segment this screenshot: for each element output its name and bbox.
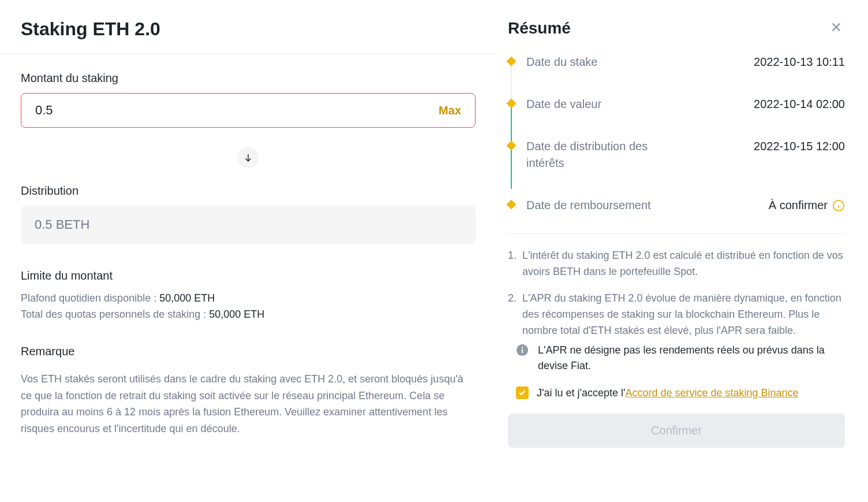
check-icon — [518, 389, 526, 397]
distribution-label: Distribution — [21, 184, 476, 198]
notes-list: 1. L'intérêt du staking ETH 2.0 est calc… — [508, 248, 845, 340]
agreement-text: J'ai lu et j'accepte l'Accord de service… — [537, 385, 799, 401]
personal-quota-value: 50,000 ETH — [209, 308, 264, 320]
note-number: 2. — [508, 291, 517, 339]
note-text: L'APR du staking ETH 2.0 évolue de maniè… — [522, 291, 845, 339]
staking-form-panel: Staking ETH 2.0 Montant du staking Max D… — [0, 0, 496, 502]
daily-cap-value: 50,000 ETH — [159, 292, 215, 304]
timeline-stake-date: Date du stake 2022-10-13 10:11 — [508, 54, 845, 96]
agreement-prefix: J'ai lu et j'accepte l' — [537, 387, 625, 399]
summary-title: Résumé — [508, 19, 571, 38]
daily-cap-row: Plafond quotidien disponible : 50,000 ET… — [21, 291, 476, 307]
timeline: Date du stake 2022-10-13 10:11 Date de v… — [508, 54, 845, 220]
note-item: 1. L'intérêt du staking ETH 2.0 est calc… — [508, 248, 845, 280]
summary-header: Résumé — [508, 18, 845, 38]
svg-rect-2 — [522, 349, 523, 353]
left-header: Staking ETH 2.0 — [0, 0, 496, 54]
note-number: 1. — [508, 248, 517, 280]
apr-disclaimer-text: L'APR ne désigne pas les rendements réel… — [538, 343, 837, 374]
note-item: 2. L'APR du staking ETH 2.0 évolue de ma… — [508, 291, 845, 339]
staking-amount-input[interactable] — [35, 103, 439, 118]
timeline-label: Date du stake — [526, 54, 597, 70]
personal-quota-label: Total des quotas personnels de staking : — [21, 308, 209, 320]
note-text: L'intérêt du staking ETH 2.0 est calculé… — [522, 248, 845, 280]
bottom-block: L'APR ne désigne pas les rendements réel… — [508, 340, 845, 448]
svg-point-3 — [522, 347, 523, 348]
timeline-label: Date de valeur — [526, 96, 601, 113]
left-body: Montant du staking Max Distribution 0.5 … — [0, 54, 496, 437]
amount-input-container: Max — [21, 93, 476, 128]
remark-text: Vos ETH stakés seront utilisés dans le c… — [21, 371, 476, 437]
page-title: Staking ETH 2.0 — [21, 18, 496, 40]
timeline-redemption-date: Date de remboursement À confirmer — [508, 197, 845, 220]
timeline-value: 2022-10-14 02:00 — [754, 96, 845, 113]
distribution-value: 0.5 BETH — [21, 206, 476, 244]
timeline-label: Date de remboursement — [526, 197, 651, 214]
personal-quota-row: Total des quotas personnels de staking :… — [21, 307, 476, 323]
remark-heading: Remarque — [21, 345, 476, 358]
close-button[interactable] — [828, 18, 845, 38]
amount-label: Montant du staking — [21, 72, 476, 85]
info-icon — [516, 344, 529, 356]
timeline-value: À confirmer — [769, 197, 828, 214]
arrow-down-icon — [238, 147, 259, 168]
agreement-link[interactable]: Accord de service de staking Binance — [625, 387, 798, 399]
info-icon[interactable] — [832, 199, 845, 212]
timeline-value: 2022-10-15 12:00 — [754, 138, 845, 155]
summary-panel: Résumé Date du stake 2022-10-13 10:11 Da… — [496, 0, 868, 502]
timeline-value-date: Date de valeur 2022-10-14 02:00 — [508, 96, 845, 138]
daily-cap-label: Plafond quotidien disponible : — [21, 292, 159, 304]
confirm-button[interactable]: Confirmer — [508, 414, 845, 448]
max-button[interactable]: Max — [439, 104, 461, 117]
agreement-row: J'ai lu et j'accepte l'Accord de service… — [508, 385, 845, 414]
agreement-checkbox[interactable] — [516, 386, 529, 399]
divider — [508, 233, 845, 234]
timeline-label: Date de distribution des intérêts — [526, 138, 682, 172]
apr-disclaimer-row: L'APR ne désigne pas les rendements réel… — [508, 340, 845, 385]
timeline-value-with-info: À confirmer — [769, 197, 845, 214]
close-icon — [830, 21, 843, 34]
timeline-value: 2022-10-13 10:11 — [754, 54, 845, 70]
limit-heading: Limite du montant — [21, 269, 476, 282]
timeline-interest-date: Date de distribution des intérêts 2022-1… — [508, 138, 845, 197]
